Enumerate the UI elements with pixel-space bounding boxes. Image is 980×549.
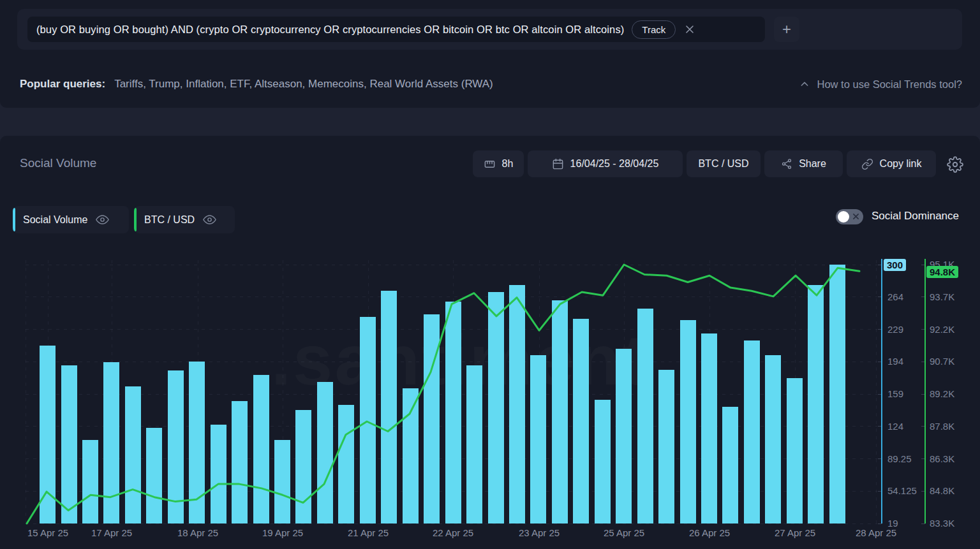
copy-link-label: Copy link bbox=[880, 158, 922, 170]
query-input[interactable]: (buy OR buying OR bought) AND (crypto OR… bbox=[27, 17, 765, 42]
chevron-up-icon bbox=[799, 79, 810, 89]
eye-icon[interactable] bbox=[96, 213, 109, 226]
how-to-use-label: How to use Social Trends tool? bbox=[817, 78, 962, 91]
add-query-button[interactable]: + bbox=[774, 17, 799, 42]
track-button[interactable]: Track bbox=[632, 20, 676, 39]
interval-button[interactable]: 8h bbox=[473, 150, 524, 177]
query-text: (buy OR buying OR bought) AND (crypto OR… bbox=[36, 24, 624, 36]
popular-queries-list[interactable]: Tariffs, Trump, Inflation, ETF, Altseaso… bbox=[114, 78, 493, 91]
btc-usd-accent bbox=[134, 208, 137, 231]
date-range-label: 16/04/25 - 28/04/25 bbox=[570, 158, 659, 170]
link-icon bbox=[861, 158, 873, 170]
legend-chip-btc-usd[interactable]: BTC / USD bbox=[134, 206, 235, 233]
interval-label: 8h bbox=[502, 158, 514, 170]
eye-icon[interactable] bbox=[203, 213, 216, 226]
social-volume-accent bbox=[13, 208, 15, 231]
legend-chip-social-volume[interactable]: Social Volume bbox=[13, 206, 129, 233]
share-button[interactable]: Share bbox=[764, 150, 843, 177]
legend-btc-usd-label: BTC / USD bbox=[144, 214, 195, 226]
popular-queries-row: Popular queries: Tariffs, Trump, Inflati… bbox=[20, 75, 962, 93]
social-volume-card bbox=[0, 136, 980, 549]
date-range-button[interactable]: 16/04/25 - 28/04/25 bbox=[528, 150, 683, 177]
search-section: (buy OR buying OR bought) AND (crypto OR… bbox=[0, 0, 980, 108]
gear-icon bbox=[947, 156, 963, 173]
popular-queries-label: Popular queries: bbox=[20, 78, 105, 91]
how-to-use-link[interactable]: How to use Social Trends tool? bbox=[799, 78, 962, 91]
social-dominance-label: Social Dominance bbox=[872, 210, 959, 223]
interval-icon bbox=[484, 158, 496, 170]
social-dominance-toggle[interactable] bbox=[836, 209, 863, 224]
copy-link-button[interactable]: Copy link bbox=[847, 150, 936, 177]
toggle-knob bbox=[838, 211, 849, 223]
remove-query-icon[interactable] bbox=[685, 24, 695, 34]
search-bar-card: (buy OR buying OR bought) AND (crypto OR… bbox=[17, 9, 962, 50]
settings-button[interactable] bbox=[947, 156, 965, 173]
card-title: Social Volume bbox=[20, 156, 96, 170]
pair-button[interactable]: BTC / USD bbox=[687, 150, 761, 177]
pair-label: BTC / USD bbox=[698, 158, 748, 170]
toggle-x-icon bbox=[852, 213, 859, 220]
social-trends-page: (buy OR buying OR bought) AND (crypto OR… bbox=[0, 0, 980, 549]
share-label: Share bbox=[799, 158, 826, 170]
legend-social-volume-label: Social Volume bbox=[23, 214, 87, 226]
calendar-icon bbox=[552, 158, 564, 170]
share-icon bbox=[781, 158, 792, 170]
plus-icon: + bbox=[782, 20, 791, 38]
